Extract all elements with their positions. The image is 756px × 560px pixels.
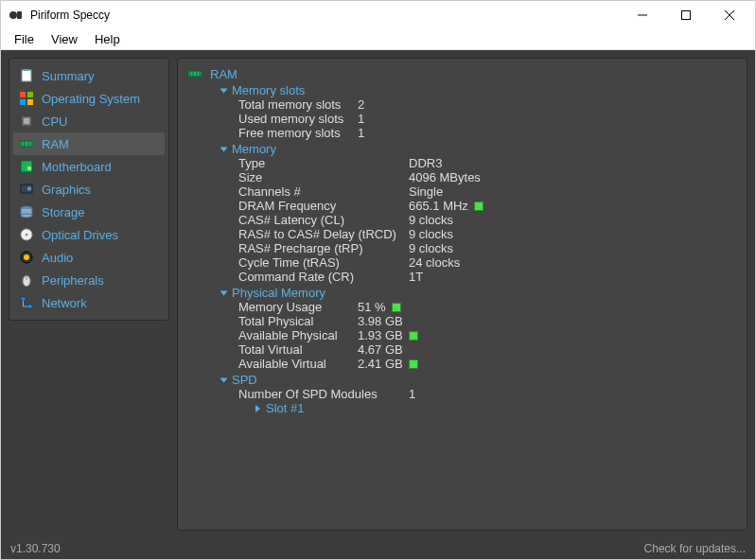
main-panel: RAM Memory slots Total memory slots2 Use… <box>177 58 747 531</box>
sidebar-item-label: Motherboard <box>42 160 112 174</box>
motherboard-icon <box>19 159 34 174</box>
storage-icon <box>19 204 34 219</box>
maximize-button[interactable] <box>664 1 708 29</box>
sidebar-item-label: Storage <box>42 205 85 219</box>
mouse-icon <box>19 272 34 288</box>
row: RAS# Precharge (tRP)9 clocks <box>238 241 737 255</box>
disc-icon <box>19 227 34 242</box>
sidebar-item-label: CPU <box>42 114 67 129</box>
chevron-down-icon <box>220 290 228 295</box>
clipboard-icon <box>19 68 34 83</box>
row: Memory Usage51 % <box>238 300 737 314</box>
svg-rect-3 <box>682 11 691 20</box>
sidebar-item-summary[interactable]: Summary <box>13 64 165 87</box>
sidebar-item-graphics[interactable]: Graphics <box>13 178 165 201</box>
speaker-icon <box>19 250 34 265</box>
sidebar: Summary Operating System CPU RAM Motherb… <box>9 58 169 321</box>
svg-point-26 <box>21 214 32 218</box>
sidebar-item-motherboard[interactable]: Motherboard <box>13 155 165 178</box>
menubar: File View Help <box>1 29 755 50</box>
version-label: v1.30.730 <box>10 542 61 555</box>
row: CAS# Latency (CL)9 clocks <box>238 213 737 227</box>
svg-rect-21 <box>27 166 31 170</box>
row: Available Physical1.93 GB <box>238 328 737 342</box>
network-icon <box>19 295 34 310</box>
row: Cycle Time (tRAS)24 clocks <box>238 255 737 270</box>
status-indicator <box>392 303 401 312</box>
sidebar-item-label: Audio <box>42 251 73 265</box>
svg-rect-8 <box>20 92 26 97</box>
row: RAS# to CAS# Delay (tRCD)9 clocks <box>238 227 737 241</box>
sidebar-item-label: Network <box>42 296 87 310</box>
tree-memory-slots[interactable]: Memory slots <box>221 83 737 97</box>
row: Total Physical3.98 GB <box>238 314 737 328</box>
sidebar-item-storage[interactable]: Storage <box>13 201 165 223</box>
status-indicator <box>409 359 418 369</box>
statusbar: v1.30.730 Check for updates... <box>1 538 755 559</box>
row: Channels #Single <box>238 184 737 199</box>
sidebar-item-cpu[interactable]: CPU <box>13 110 165 132</box>
sidebar-item-label: Summary <box>42 69 95 83</box>
app-icon <box>9 8 24 23</box>
sidebar-item-peripherals[interactable]: Peripherals <box>13 269 165 291</box>
svg-rect-34 <box>27 305 32 308</box>
chevron-right-icon <box>255 405 260 412</box>
ram-icon <box>187 66 202 81</box>
row: Size4096 MBytes <box>238 170 737 184</box>
row: Command Rate (CR)1T <box>238 270 737 284</box>
menu-view[interactable]: View <box>44 30 85 48</box>
menu-help[interactable]: Help <box>87 30 128 48</box>
row: Number Of SPD Modules1 <box>238 387 737 401</box>
minimize-button[interactable] <box>621 1 664 29</box>
ram-icon <box>19 136 34 151</box>
tree-physical-memory[interactable]: Physical Memory <box>221 286 737 300</box>
svg-rect-6 <box>22 70 31 81</box>
svg-rect-9 <box>27 92 33 97</box>
section-header: RAM <box>210 67 237 81</box>
row: TypeDDR3 <box>238 156 737 170</box>
status-indicator <box>474 201 483 211</box>
row: Free memory slots1 <box>238 126 737 140</box>
sidebar-item-audio[interactable]: Audio <box>13 246 165 269</box>
svg-rect-11 <box>27 99 33 105</box>
svg-rect-1 <box>17 11 22 19</box>
sidebar-item-label: RAM <box>42 137 69 151</box>
windows-icon <box>19 91 34 106</box>
check-updates-link[interactable]: Check for updates... <box>644 542 746 555</box>
svg-point-30 <box>24 254 29 260</box>
row: Available Virtual2.41 GB <box>238 357 737 371</box>
sidebar-item-label: Graphics <box>42 183 91 197</box>
svg-rect-7 <box>24 69 29 71</box>
tree-spd-slot[interactable]: Slot #1 <box>255 401 737 415</box>
sidebar-item-label: Peripherals <box>42 273 104 288</box>
status-indicator <box>409 331 418 341</box>
svg-point-23 <box>27 186 32 191</box>
svg-point-28 <box>26 234 28 236</box>
close-button[interactable] <box>708 1 751 29</box>
svg-rect-33 <box>21 297 26 301</box>
chevron-down-icon <box>220 147 228 151</box>
chevron-down-icon <box>220 88 228 93</box>
tree-memory[interactable]: Memory <box>221 142 737 156</box>
svg-rect-13 <box>24 118 29 124</box>
svg-rect-10 <box>20 99 26 105</box>
row: Used memory slots1 <box>238 112 737 126</box>
row: Total Virtual4.67 GB <box>238 342 737 357</box>
row: DRAM Frequency665.1 MHz <box>238 199 737 213</box>
graphics-icon <box>19 182 34 197</box>
sidebar-item-network[interactable]: Network <box>13 291 165 314</box>
sidebar-item-optical[interactable]: Optical Drives <box>13 223 165 246</box>
menu-file[interactable]: File <box>7 30 42 48</box>
titlebar: Piriform Speccy <box>1 1 755 29</box>
sidebar-item-os[interactable]: Operating System <box>13 87 165 110</box>
sidebar-item-label: Operating System <box>42 92 140 106</box>
sidebar-item-ram[interactable]: RAM <box>13 132 165 155</box>
cpu-icon <box>19 114 34 129</box>
sidebar-item-label: Optical Drives <box>42 228 118 242</box>
row: Total memory slots2 <box>238 97 737 112</box>
svg-point-0 <box>9 11 17 19</box>
window-title: Piriform Speccy <box>30 9 621 22</box>
tree-spd[interactable]: SPD <box>221 373 737 387</box>
svg-rect-20 <box>23 163 26 166</box>
chevron-down-icon <box>220 377 228 382</box>
